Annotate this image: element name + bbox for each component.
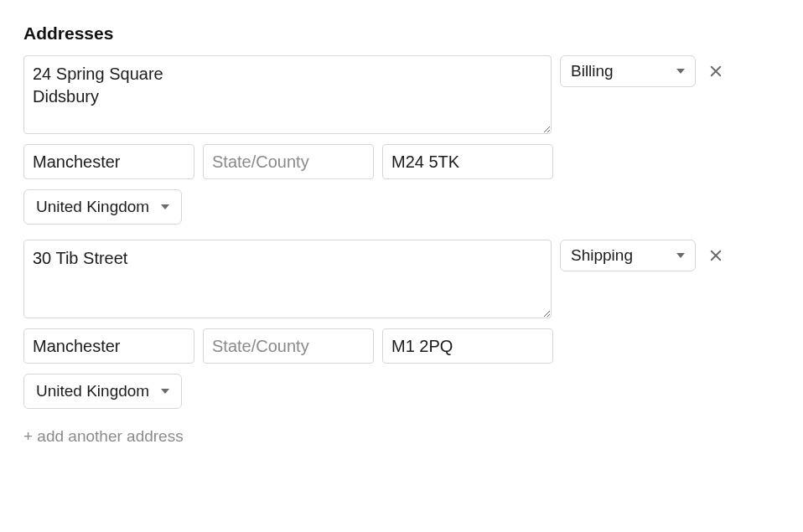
country-row: United Kingdom <box>23 374 780 409</box>
country-select[interactable]: United Kingdom <box>23 189 182 225</box>
address-type-label: Billing <box>571 62 614 80</box>
remove-address-button[interactable] <box>704 240 728 271</box>
add-address-link[interactable]: + add another address <box>23 427 184 446</box>
address-type-select[interactable]: Billing <box>560 55 696 87</box>
street-textarea[interactable] <box>23 55 552 134</box>
caret-down-icon <box>161 389 169 394</box>
close-icon <box>708 248 723 263</box>
city-state-postal-row <box>23 328 780 364</box>
caret-down-icon <box>676 253 685 258</box>
address-block: Billing United Kingdom <box>23 55 780 225</box>
country-select[interactable]: United Kingdom <box>23 374 182 409</box>
city-state-postal-row <box>23 144 780 179</box>
section-title: Addresses <box>23 23 780 44</box>
street-textarea[interactable] <box>23 240 552 318</box>
address-top-row: Billing <box>23 55 780 134</box>
country-label: United Kingdom <box>36 382 149 400</box>
country-row: United Kingdom <box>23 189 780 225</box>
city-input[interactable] <box>23 328 194 364</box>
remove-address-button[interactable] <box>704 55 728 87</box>
postal-input[interactable] <box>382 328 553 364</box>
city-input[interactable] <box>23 144 194 179</box>
caret-down-icon <box>161 204 169 209</box>
caret-down-icon <box>676 69 685 74</box>
close-icon <box>708 64 723 79</box>
address-block: Shipping United Kingdom <box>23 240 780 409</box>
country-label: United Kingdom <box>36 198 149 216</box>
address-type-label: Shipping <box>571 246 633 265</box>
state-input[interactable] <box>203 328 374 364</box>
postal-input[interactable] <box>382 144 553 179</box>
address-top-row: Shipping <box>23 240 780 318</box>
address-type-select[interactable]: Shipping <box>560 240 696 271</box>
state-input[interactable] <box>203 144 374 179</box>
